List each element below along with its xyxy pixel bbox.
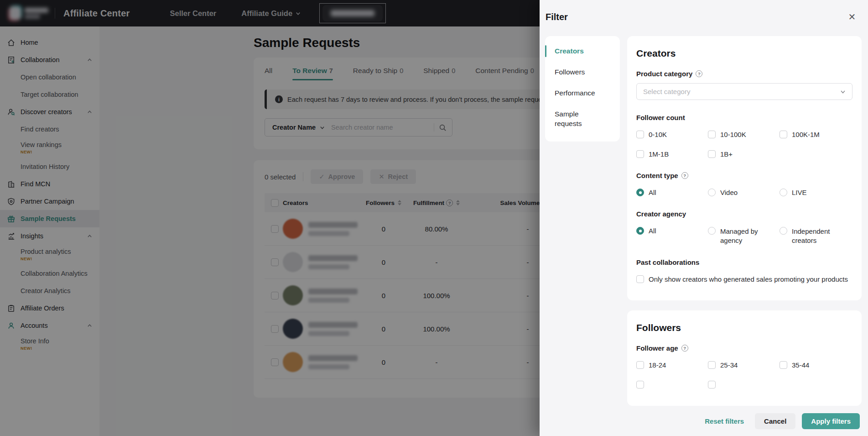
product-category-label: Product category ?: [636, 70, 852, 78]
filter-creators-card: Creators Product category ? Select categ…: [627, 36, 862, 300]
option-label: All: [649, 189, 656, 196]
option-label: 0-10K: [649, 131, 667, 138]
checkbox[interactable]: [708, 361, 716, 369]
radio[interactable]: [780, 227, 787, 235]
follower-age-label: Follower age ?: [636, 344, 852, 352]
radio-content-video[interactable]: Video: [708, 189, 780, 196]
creator-agency-options: All Managed by agency Independent creato…: [636, 227, 852, 245]
radio-agency-all[interactable]: All: [636, 227, 708, 235]
option-label: 10-100K: [720, 131, 746, 138]
filter-nav-performance[interactable]: Performance: [545, 83, 620, 104]
follower-count-options: 0-10K 10-100K 100K-1M 1M-1B 1B+: [636, 131, 852, 158]
option-label: Video: [720, 189, 738, 196]
product-category-select[interactable]: Select category: [636, 83, 852, 100]
label-text: Follower age: [636, 344, 678, 352]
option-label: 1B+: [720, 150, 733, 158]
reset-filters-link[interactable]: Reset filters: [705, 417, 744, 425]
checkbox[interactable]: [636, 150, 644, 158]
option-label: 100K-1M: [792, 131, 820, 138]
checkbox[interactable]: [780, 361, 787, 369]
follower-count-label: Follower count: [636, 114, 852, 121]
checkbox[interactable]: [708, 381, 716, 389]
option-25-34[interactable]: 25-34: [708, 361, 780, 369]
close-icon[interactable]: ✕: [846, 11, 858, 23]
option-label: Only show creators who generated sales p…: [649, 275, 848, 283]
radio-independent-creators[interactable]: Independent creators: [780, 227, 852, 245]
follower-age-options: 18-24 25-34 35-44: [636, 361, 852, 369]
option-label: 1M-1B: [649, 150, 669, 158]
checkbox[interactable]: [636, 131, 644, 138]
past-collaborations-label: Past collaborations: [636, 258, 852, 266]
cancel-button[interactable]: Cancel: [755, 413, 795, 429]
content-type-label: Content type ?: [636, 172, 852, 179]
option-label: LIVE: [792, 189, 807, 196]
option-35-44[interactable]: 35-44: [780, 361, 852, 369]
filter-panel-footer: Reset filters Cancel Apply filters: [540, 406, 868, 436]
option-partial[interactable]: [636, 381, 708, 389]
option-100k-1m[interactable]: 100K-1M: [780, 131, 852, 138]
checkbox[interactable]: [636, 275, 644, 283]
label-text: Content type: [636, 172, 678, 179]
past-collaborations-checkbox-row[interactable]: Only show creators who generated sales p…: [636, 275, 852, 283]
checkbox[interactable]: [708, 131, 716, 138]
filter-nav-followers[interactable]: Followers: [545, 62, 620, 83]
help-icon[interactable]: ?: [681, 172, 688, 179]
follower-age-options-partial: [636, 381, 852, 389]
creators-heading: Creators: [636, 48, 852, 59]
filter-title: Filter: [546, 12, 857, 22]
filter-panel-body: Creators Followers Performance Sample re…: [540, 30, 868, 406]
filter-nav-creators[interactable]: Creators: [545, 41, 620, 62]
option-1b-plus[interactable]: 1B+: [708, 150, 780, 158]
checkbox[interactable]: [780, 131, 787, 138]
option-10-100k[interactable]: 10-100K: [708, 131, 780, 138]
radio-selected[interactable]: [636, 227, 644, 235]
help-icon[interactable]: ?: [681, 345, 688, 352]
select-placeholder: Select category: [643, 88, 840, 95]
filter-followers-card: Followers Follower age ? 18-24 25-34 35-…: [627, 310, 862, 406]
filter-nav-sample-requests[interactable]: Sample requests: [545, 104, 595, 134]
creator-agency-label: Creator agency: [636, 210, 852, 218]
radio[interactable]: [708, 227, 716, 235]
checkbox[interactable]: [636, 381, 644, 389]
radio-content-live[interactable]: LIVE: [780, 189, 852, 196]
followers-heading: Followers: [636, 322, 852, 333]
radio-content-all[interactable]: All: [636, 189, 708, 196]
filter-content: Creators Product category ? Select categ…: [627, 36, 862, 406]
option-18-24[interactable]: 18-24: [636, 361, 708, 369]
radio-selected[interactable]: [636, 189, 644, 196]
filter-section-nav: Creators Followers Performance Sample re…: [545, 36, 620, 142]
option-label: 18-24: [649, 361, 666, 369]
option-label: All: [649, 227, 656, 235]
checkbox[interactable]: [636, 361, 644, 369]
content-type-options: All Video LIVE: [636, 189, 852, 196]
radio[interactable]: [708, 189, 716, 196]
label-text: Product category: [636, 70, 692, 78]
option-0-10k[interactable]: 0-10K: [636, 131, 708, 138]
radio-managed-by-agency[interactable]: Managed by agency: [708, 227, 780, 245]
checkbox[interactable]: [708, 150, 716, 158]
filter-panel-header: Filter ✕: [540, 0, 868, 30]
option-1m-1b[interactable]: 1M-1B: [636, 150, 708, 158]
filter-panel: Filter ✕ Creators Followers Performance …: [540, 0, 868, 436]
option-label: Managed by agency: [720, 227, 775, 245]
option-label: Independent creators: [792, 227, 847, 245]
option-label: 25-34: [720, 361, 738, 369]
chevron-down-icon: [840, 89, 846, 95]
apply-filters-button[interactable]: Apply filters: [802, 413, 860, 429]
option-partial[interactable]: [708, 381, 780, 389]
help-icon[interactable]: ?: [696, 70, 702, 77]
option-label: 35-44: [792, 361, 809, 369]
radio[interactable]: [780, 189, 787, 196]
